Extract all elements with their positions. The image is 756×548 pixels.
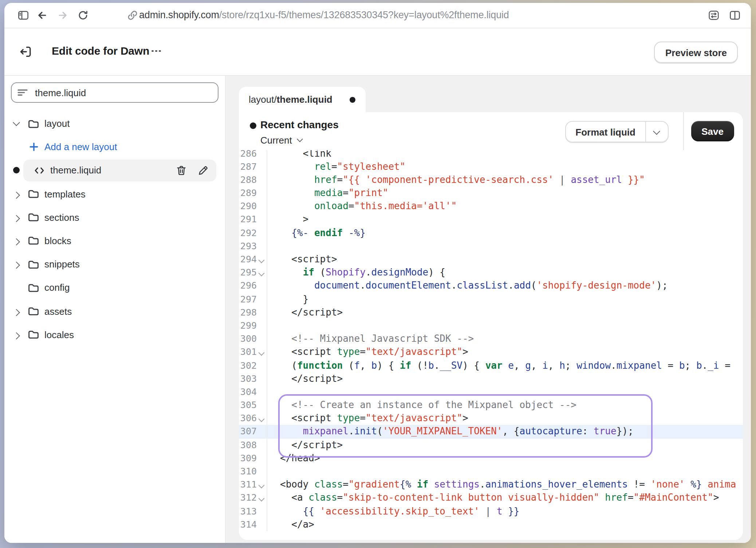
code-line[interactable]: 306 <script type="text/javascript"> <box>239 412 743 425</box>
code-line[interactable]: 301 <script type="text/javascript"> <box>239 346 743 359</box>
code-editor[interactable]: 286 <link287 rel="stylesheet"288 href="{… <box>239 150 743 540</box>
save-button[interactable]: Save <box>691 121 734 141</box>
code-line[interactable]: 288 href="{{ 'component-predictive-searc… <box>239 173 743 187</box>
code-line[interactable]: 311<body class="gradient{% if settings.a… <box>239 478 743 491</box>
code-text: (function (f, b) { if (!b.__SV) { var e,… <box>267 359 731 372</box>
gutter: 291 <box>239 213 267 226</box>
code-line[interactable]: 309</head> <box>239 452 743 465</box>
code-line[interactable]: 300 <!-- Mixpanel Javascript SDK --> <box>239 332 743 345</box>
line-number: 297 <box>239 293 257 306</box>
split-view-icon[interactable] <box>729 9 741 21</box>
url-bar[interactable]: admin.shopify.com/store/rzq1xu-f5/themes… <box>139 9 509 20</box>
code-line[interactable]: 290 onload="this.media='all'" <box>239 200 743 213</box>
sidebar-item-blocks[interactable]: blocks <box>4 231 225 251</box>
code-text: document.documentElement.classList.add('… <box>267 279 668 293</box>
fold-slot <box>257 465 266 478</box>
more-menu-button[interactable] <box>151 46 165 56</box>
code-line[interactable]: 313 {{ 'accessibility.skip_to_text' | t … <box>239 505 743 518</box>
fold-slot <box>257 452 266 465</box>
code-line[interactable]: 287 rel="stylesheet" <box>239 160 743 173</box>
exit-editor-button[interactable] <box>19 45 32 58</box>
code-line[interactable]: 312 <a class="skip-to-content-link butto… <box>239 492 743 505</box>
format-liquid-button[interactable]: Format liquid <box>565 121 668 143</box>
chevron-down-icon[interactable] <box>12 121 21 126</box>
delete-file-icon[interactable] <box>176 165 187 176</box>
main-area: layout/theme.liquid Recent changes Curre… <box>226 76 751 543</box>
chevron-right-icon[interactable] <box>12 262 21 267</box>
sidebar-item-snippets[interactable]: snippets <box>4 254 225 274</box>
code-line[interactable]: 307 mixpanel.init('YOUR_MIXPANEL_TOKEN',… <box>239 425 743 438</box>
code-line[interactable]: 293 <box>239 240 743 253</box>
chevron-right-icon[interactable] <box>12 309 21 314</box>
folder-label: templates <box>44 188 86 199</box>
folder-label: config <box>44 282 70 293</box>
link-icon <box>127 9 138 21</box>
code-line[interactable]: 314 </a> <box>239 518 743 531</box>
code-line[interactable]: 303 </script> <box>239 372 743 385</box>
code-line[interactable]: 297 } <box>239 293 743 306</box>
code-line[interactable]: 291 > <box>239 213 743 226</box>
sidebar-item-layout[interactable]: layout <box>4 114 225 133</box>
fold-toggle-icon[interactable] <box>257 266 266 279</box>
sidebar-item-theme-liquid[interactable]: theme.liquid <box>4 161 225 180</box>
sidebar-item-assets[interactable]: assets <box>4 301 225 321</box>
gutter: 305 <box>239 399 267 412</box>
code-line[interactable]: 304 <box>239 385 743 399</box>
code-line[interactable]: 305 <!-- Create an instance of the Mixpa… <box>239 399 743 412</box>
chevron-right-icon[interactable] <box>12 238 21 243</box>
code-line[interactable]: 299 <box>239 319 743 332</box>
preview-store-button[interactable]: Preview store <box>654 42 738 63</box>
sidebar-item-sections[interactable]: sections <box>4 208 225 227</box>
fold-toggle-icon[interactable] <box>257 412 266 425</box>
line-number: 291 <box>239 213 257 226</box>
reload-icon[interactable] <box>77 9 89 21</box>
gutter: 307 <box>239 425 267 438</box>
sidebar-item-templates[interactable]: templates <box>4 184 225 204</box>
chevron-right-icon[interactable] <box>12 332 21 337</box>
code-line[interactable]: 298 </script> <box>239 306 743 319</box>
modified-dot[interactable] <box>12 167 21 174</box>
chevron-right-icon[interactable] <box>12 215 21 220</box>
line-number: 308 <box>239 438 257 451</box>
code-line[interactable]: 294 <script> <box>239 253 743 266</box>
code-line[interactable]: 310 <box>239 465 743 478</box>
fold-toggle-icon[interactable] <box>257 478 266 491</box>
fold-slot <box>257 173 266 187</box>
code-line[interactable]: 295 if (Shopify.designMode) { <box>239 266 743 279</box>
folder-label: snippets <box>44 259 80 270</box>
code-text: <script type="text/javascript"> <box>267 412 468 425</box>
recent-changes-title: Recent changes <box>260 119 339 130</box>
code-line[interactable]: 292 {%- endif -%} <box>239 226 743 239</box>
code-line[interactable]: 296 document.documentElement.classList.a… <box>239 279 743 293</box>
code-line[interactable]: 289 media="print" <box>239 187 743 200</box>
gutter: 293 <box>239 240 267 253</box>
code-line[interactable]: 308 </script> <box>239 438 743 451</box>
rename-file-icon[interactable] <box>197 165 209 176</box>
code-line[interactable]: 302 (function (f, b) { if (!b.__SV) { va… <box>239 359 743 372</box>
file-search-box[interactable] <box>11 82 218 103</box>
line-number: 310 <box>239 465 257 478</box>
fold-toggle-icon[interactable] <box>257 346 266 359</box>
format-liquid-chevron[interactable] <box>645 122 668 142</box>
code-line[interactable]: 286 <link <box>239 150 743 160</box>
file-search-input[interactable] <box>34 86 197 99</box>
sidebar-item-config[interactable]: config <box>4 278 225 298</box>
page-settings-icon[interactable] <box>708 9 720 21</box>
fold-toggle-icon[interactable] <box>257 492 266 505</box>
sidebar-item-add-a-new-layout[interactable]: Add a new layout <box>4 137 225 157</box>
gutter: 304 <box>239 385 267 399</box>
fold-slot <box>257 518 266 531</box>
folder-label: blocks <box>44 235 71 246</box>
chevron-right-icon[interactable] <box>12 191 21 196</box>
file-tab[interactable]: layout/theme.liquid <box>239 87 365 112</box>
version-select[interactable]: Current <box>260 135 302 146</box>
selected-file-row[interactable]: theme.liquid <box>23 160 216 181</box>
gutter: 310 <box>239 465 267 478</box>
page-title: Edit code for Dawn <box>52 44 149 57</box>
forward-icon[interactable] <box>57 9 68 21</box>
sidebar-item-locales[interactable]: locales <box>4 325 225 344</box>
back-icon[interactable] <box>36 9 48 21</box>
line-number: 299 <box>239 319 257 332</box>
fold-toggle-icon[interactable] <box>257 253 266 266</box>
sidebar-toggle-icon[interactable] <box>17 9 29 21</box>
